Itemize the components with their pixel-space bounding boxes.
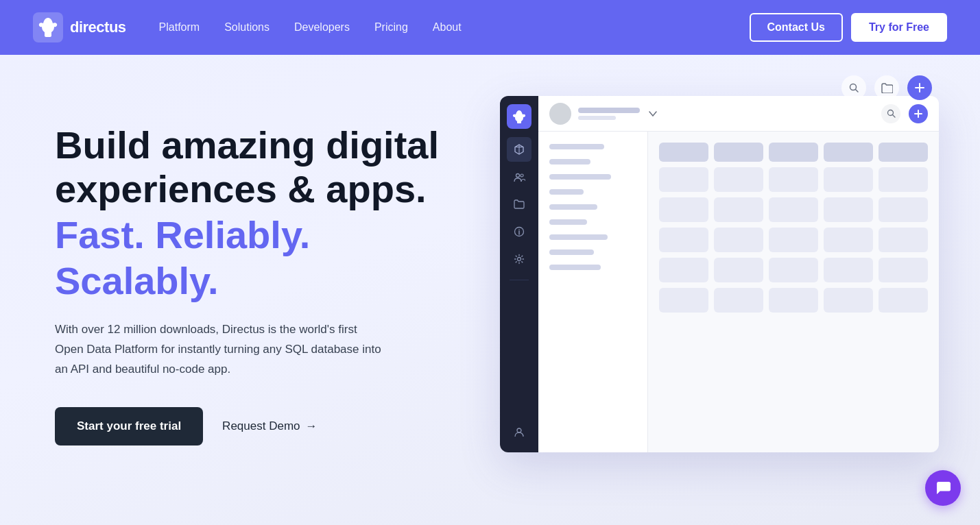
dropdown-arrow-icon[interactable] [647,108,659,120]
grid-cell [659,197,708,222]
search-topbar-icon[interactable] [881,104,900,123]
sidebar-divider [510,280,529,280]
topbar-actions [881,104,928,123]
collection-item[interactable] [538,140,647,154]
topbar-subtitle-line [578,116,616,120]
app-topbar [538,96,939,132]
hero-description: With over 12 million downloads, Directus… [55,320,384,380]
navbar: directus Platform Solutions Developers P… [0,0,980,55]
logo[interactable]: directus [33,12,126,42]
grid-cell [879,288,928,313]
app-window [500,96,939,452]
request-demo-button[interactable]: Request Demo → [222,419,317,433]
collection-item[interactable] [538,260,647,274]
sidebar-logo [507,104,531,129]
float-icons [841,75,932,100]
contact-us-button[interactable]: Contact Us [750,13,843,42]
grid-cell [879,197,928,222]
data-grid [659,143,928,313]
sidebar-settings-icon[interactable] [507,247,531,271]
folder-icon[interactable] [874,75,899,100]
data-grid-area [648,132,939,452]
collection-item[interactable] [538,155,647,169]
start-trial-button[interactable]: Start your free trial [55,407,203,445]
svg-point-12 [518,258,521,261]
collection-item[interactable] [538,185,647,199]
svg-line-2 [856,90,859,93]
collection-item[interactable] [538,230,647,244]
add-icon[interactable] [907,75,932,100]
grid-cell [824,288,873,313]
hero-actions: Start your free trial Request Demo → [55,407,466,445]
app-collection [538,132,939,452]
grid-cell [879,167,928,192]
grid-header [659,143,708,162]
grid-cell [659,228,708,252]
grid-cell [714,167,763,192]
grid-cell [769,197,818,222]
grid-header [879,143,928,162]
collection-list [538,132,648,452]
chat-bubble[interactable] [925,470,961,506]
search-icon[interactable] [841,75,866,100]
topbar-title-block [549,103,873,125]
grid-header [769,143,818,162]
nav-links: Platform Solutions Developers Pricing Ab… [159,21,750,34]
hero-section: Build amazing digital experiences & apps… [0,55,980,525]
grid-cell [769,167,818,192]
collection-item[interactable] [538,200,647,214]
nav-developers[interactable]: Developers [294,21,350,34]
sidebar-folder-icon[interactable] [507,192,531,217]
grid-cell [769,258,818,282]
app-sidebar [500,96,538,452]
svg-point-11 [518,229,520,230]
grid-header [714,143,763,162]
nav-solutions[interactable]: Solutions [224,21,270,34]
grid-cell [714,197,763,222]
grid-cell [769,288,818,313]
collection-item[interactable] [538,215,647,229]
logo-text: directus [70,19,126,36]
sidebar-info-icon[interactable] [507,219,531,244]
grid-cell [824,258,873,282]
hero-content: Build amazing digital experiences & apps… [55,96,466,445]
topbar-title-lines [578,108,640,120]
add-topbar-icon[interactable] [909,104,928,123]
grid-cell [824,167,873,192]
sidebar-bottom [507,419,531,444]
topbar-title-line [578,108,640,113]
collection-item[interactable] [538,245,647,259]
collection-item[interactable] [538,170,647,184]
svg-point-7 [516,173,519,177]
grid-cell [714,258,763,282]
grid-cell [659,288,708,313]
grid-cell [659,167,708,192]
try-for-free-button[interactable]: Try for Free [851,13,947,42]
grid-cell [714,288,763,313]
svg-point-8 [521,174,523,177]
nav-actions: Contact Us Try for Free [750,13,947,42]
app-content [538,96,939,452]
grid-cell [879,228,928,252]
grid-header [824,143,873,162]
hero-title-line1: Build amazing digital experiences & apps… [55,123,466,212]
grid-cell [824,197,873,222]
nav-about[interactable]: About [433,21,462,34]
grid-cell [659,258,708,282]
grid-cell [769,228,818,252]
arrow-icon: → [306,419,318,433]
sidebar-cube-icon[interactable] [507,137,531,162]
svg-line-15 [892,115,895,118]
grid-cell [879,258,928,282]
grid-cell [714,228,763,252]
request-demo-label: Request Demo [222,419,300,433]
nav-platform[interactable]: Platform [159,21,200,34]
svg-point-13 [517,428,521,432]
sidebar-profile-icon[interactable] [507,419,531,444]
nav-pricing[interactable]: Pricing [374,21,408,34]
topbar-avatar [549,103,571,125]
sidebar-users-icon[interactable] [507,164,531,189]
grid-cell [824,228,873,252]
hero-title-accent: Fast. Reliably. Scalably. [55,212,466,304]
